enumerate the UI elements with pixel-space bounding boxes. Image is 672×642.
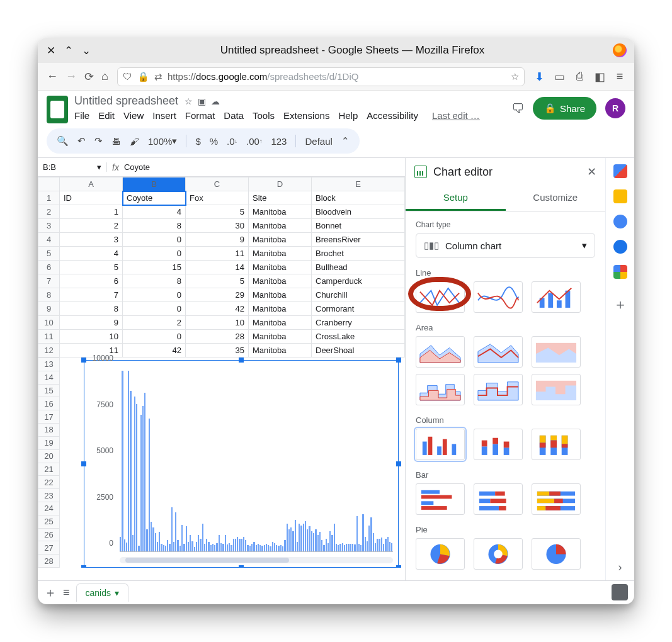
chart-option-area[interactable] [416,336,465,368]
resize-handle[interactable] [239,358,244,363]
menu-tools[interactable]: Tools [253,110,275,121]
font-select[interactable]: Defaul [305,136,332,147]
decrease-decimal-button[interactable]: .0↓ [227,136,237,147]
col-header-a[interactable]: A [60,177,123,191]
cloud-icon[interactable]: ☁ [211,96,220,106]
chart-scrollbar[interactable] [120,557,393,563]
menu-format[interactable]: Format [185,110,215,121]
calendar-icon[interactable] [613,164,627,178]
table-row[interactable]: 1 ID Coyote Fox Site Block [38,191,405,205]
shield-icon[interactable]: 🛡 [123,71,132,82]
resize-handle[interactable] [239,565,244,568]
window-down-icon[interactable]: ⌄ [81,45,92,56]
tasks-icon[interactable] [613,215,627,228]
chart-option-line[interactable] [416,281,465,313]
chart-option-pie[interactable] [416,538,465,570]
chart-option-100-bar[interactable] [532,483,581,515]
table-row[interactable]: 8 7 0 29 Manitoba Churchill [38,288,405,302]
table-row[interactable]: 4 3 0 9 Manitoba BreensRiver [38,233,405,247]
chart-option-smooth-line[interactable] [474,281,523,313]
table-row[interactable]: 10 9 2 10 Manitoba Cranberry [38,316,405,330]
add-sidepanel-icon[interactable]: ＋ [613,295,627,314]
close-icon[interactable]: ✕ [587,165,596,179]
table-row[interactable]: 9 8 0 42 Manitoba Cormorant [38,302,405,316]
move-icon[interactable]: ▣ [198,96,206,106]
toolbar-collapse-icon[interactable]: ⌃ [341,135,350,147]
increase-decimal-button[interactable]: .00↑ [246,136,262,147]
currency-button[interactable]: $ [195,136,200,147]
tab-setup[interactable]: Setup [406,186,506,211]
chevron-down-icon[interactable]: ▾ [97,162,101,172]
star-icon[interactable]: ☆ [185,96,193,106]
resize-handle[interactable] [396,358,401,363]
table-row[interactable]: 11 10 0 28 Manitoba CrossLake [38,330,405,344]
formula-value[interactable]: Coyote [124,162,150,172]
table-row[interactable]: 6 5 15 14 Manitoba Bullhead [38,261,405,274]
resize-handle[interactable] [396,461,401,466]
table-row[interactable]: 2 1 4 5 Manitoba Bloodvein [38,205,405,219]
lock-icon[interactable]: 🔒 [137,71,149,82]
search-icon[interactable]: 🔍 [57,135,69,147]
maps-icon[interactable] [613,265,627,279]
chart-option-donut[interactable] [474,538,523,570]
menu-accessibility[interactable]: Accessibility [367,110,418,121]
menu-insert[interactable]: Insert [152,110,176,121]
nav-back-icon[interactable]: ← [47,70,58,84]
hamburger-icon[interactable]: ≡ [614,70,625,84]
paint-format-icon[interactable]: 🖌 [130,136,139,147]
nav-reload-icon[interactable]: ⟳ [84,70,94,84]
chart-option-100-column[interactable] [532,429,581,460]
chevron-down-icon[interactable]: ▾ [115,588,119,598]
table-row[interactable]: 5 4 0 11 Manitoba Brochet [38,247,405,261]
chart-option-step-stacked[interactable] [474,374,523,405]
collapse-rail-icon[interactable]: › [618,561,622,574]
sheet-tab[interactable]: canids ▾ [76,583,128,602]
add-sheet-icon[interactable]: ＋ [44,584,57,601]
sidebar-icon[interactable]: ◧ [594,70,605,84]
col-header-e[interactable]: E [312,177,405,191]
all-sheets-icon[interactable]: ≡ [63,586,70,599]
chart-option-100-area[interactable] [532,336,581,368]
col-header-d[interactable]: D [249,177,312,191]
chart-option-combo[interactable] [532,281,581,313]
embedded-chart[interactable]: 025005000750010000 [84,360,399,568]
chart-option-column[interactable] [416,429,465,460]
chart-type-select[interactable]: ▯▮▯ Column chart ▾ [416,233,595,258]
percent-button[interactable]: % [210,136,218,147]
chart-option-stacked-column[interactable] [474,429,523,460]
chart-option-stacked-area[interactable] [474,336,523,368]
explore-button[interactable] [612,584,628,600]
number-format-button[interactable]: 123 [271,136,287,147]
chart-option-step-area[interactable] [416,374,465,405]
bookmark-star-icon[interactable]: ☆ [511,71,519,82]
share-button[interactable]: 🔒 Share [533,97,596,120]
col-header-c[interactable]: C [186,177,249,191]
table-row[interactable]: 7 6 8 5 Manitoba Camperduck [38,274,405,288]
resize-handle[interactable] [396,565,401,568]
col-header-b[interactable]: B [123,177,186,191]
sheets-logo-icon[interactable] [47,96,68,123]
document-title[interactable]: Untitled spreadsheet [74,94,178,108]
chart-option-step-100[interactable] [532,374,581,405]
keep-icon[interactable] [613,189,627,203]
menu-help[interactable]: Help [338,110,358,121]
menu-view[interactable]: View [123,110,144,121]
chart-option-stacked-bar[interactable] [474,483,523,515]
resize-handle[interactable] [81,358,86,363]
zoom-level[interactable]: 100% ▾ [148,135,177,147]
menu-file[interactable]: File [74,110,89,121]
menu-edit[interactable]: Edit [98,110,115,121]
window-close-icon[interactable]: ✕ [45,45,57,56]
library-icon[interactable]: ⎙ [574,70,585,84]
undo-icon[interactable]: ↶ [77,135,86,147]
chart-option-pie-3[interactable] [532,538,581,570]
tab-customize[interactable]: Customize [506,186,606,211]
redo-icon[interactable]: ↷ [94,135,103,147]
contacts-icon[interactable] [613,240,627,254]
panel-icon[interactable]: ▭ [554,70,565,84]
menu-extensions[interactable]: Extensions [283,110,329,121]
menu-data[interactable]: Data [224,110,244,121]
window-up-icon[interactable]: ⌃ [63,45,74,56]
avatar[interactable]: R [605,98,625,118]
print-icon[interactable]: 🖶 [111,136,121,147]
